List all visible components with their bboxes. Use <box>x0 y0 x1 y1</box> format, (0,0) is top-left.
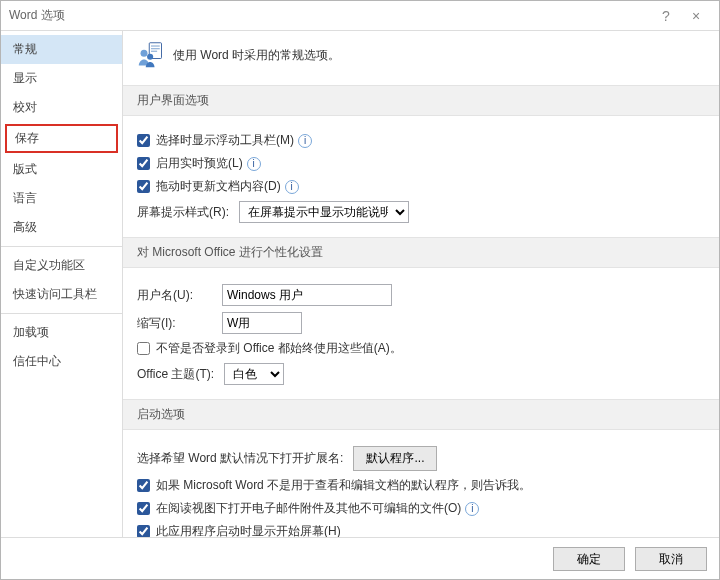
default-programs-button[interactable]: 默认程序... <box>353 446 437 471</box>
dialog-footer: 确定 取消 <box>1 537 719 579</box>
cb-live-preview[interactable]: 启用实时预览(L) <box>137 155 243 172</box>
page-header-text: 使用 Word 时采用的常规选项。 <box>173 47 340 64</box>
nav-item-自定义功能区[interactable]: 自定义功能区 <box>1 251 122 280</box>
nav-item-高级[interactable]: 高级 <box>1 213 122 242</box>
info-icon[interactable]: i <box>247 157 261 171</box>
info-icon[interactable]: i <box>285 180 299 194</box>
section-startup-header: 启动选项 <box>123 399 719 430</box>
nav-item-加载项[interactable]: 加载项 <box>1 318 122 347</box>
cancel-button[interactable]: 取消 <box>635 547 707 571</box>
svg-point-4 <box>141 50 148 57</box>
word-options-dialog: Word 选项 ? × 常规显示校对保存版式语言高级自定义功能区快速访问工具栏加… <box>0 0 720 580</box>
help-button[interactable]: ? <box>651 8 681 24</box>
nav-item-校对[interactable]: 校对 <box>1 93 122 122</box>
svg-rect-2 <box>151 48 160 49</box>
svg-point-5 <box>147 54 153 60</box>
initials-field[interactable] <box>222 312 302 334</box>
username-label: 用户名(U): <box>137 287 212 304</box>
nav-item-显示[interactable]: 显示 <box>1 64 122 93</box>
theme-label: Office 主题(T): <box>137 366 214 383</box>
cb-start-screen[interactable]: 此应用程序启动时显示开始屏幕(H) <box>137 523 341 537</box>
screentip-label: 屏幕提示样式(R): <box>137 204 229 221</box>
section-personal-header: 对 Microsoft Office 进行个性化设置 <box>123 237 719 268</box>
svg-rect-1 <box>151 45 160 46</box>
username-field[interactable] <box>222 284 392 306</box>
nav-sidebar: 常规显示校对保存版式语言高级自定义功能区快速访问工具栏加载项信任中心 <box>1 31 123 537</box>
theme-select[interactable]: 白色 <box>224 363 284 385</box>
dialog-title: Word 选项 <box>9 7 651 24</box>
close-button[interactable]: × <box>681 8 711 24</box>
initials-label: 缩写(I): <box>137 315 212 332</box>
info-icon[interactable]: i <box>465 502 479 516</box>
nav-item-信任中心[interactable]: 信任中心 <box>1 347 122 376</box>
screentip-select[interactable]: 在屏幕提示中显示功能说明 <box>239 201 409 223</box>
content-pane: 使用 Word 时采用的常规选项。 用户界面选项 选择时显示浮动工具栏(M)i … <box>123 31 719 537</box>
cb-update-drag[interactable]: 拖动时更新文档内容(D) <box>137 178 281 195</box>
info-icon[interactable]: i <box>298 134 312 148</box>
cb-reading-view[interactable]: 在阅读视图下打开电子邮件附件及其他不可编辑的文件(O) <box>137 500 461 517</box>
nav-item-常规[interactable]: 常规 <box>1 35 122 64</box>
nav-item-保存[interactable]: 保存 <box>5 124 118 153</box>
cb-mini-toolbar[interactable]: 选择时显示浮动工具栏(M) <box>137 132 294 149</box>
nav-item-语言[interactable]: 语言 <box>1 184 122 213</box>
cb-tell-default[interactable]: 如果 Microsoft Word 不是用于查看和编辑文档的默认程序，则告诉我。 <box>137 477 531 494</box>
svg-rect-3 <box>151 51 157 52</box>
default-ext-label: 选择希望 Word 默认情况下打开扩展名: <box>137 450 343 467</box>
cb-always-use-values[interactable]: 不管是否登录到 Office 都始终使用这些值(A)。 <box>137 340 402 357</box>
ok-button[interactable]: 确定 <box>553 547 625 571</box>
section-ui-header: 用户界面选项 <box>123 85 719 116</box>
nav-item-版式[interactable]: 版式 <box>1 155 122 184</box>
page-header: 使用 Word 时采用的常规选项。 <box>123 31 719 81</box>
nav-item-快速访问工具栏[interactable]: 快速访问工具栏 <box>1 280 122 309</box>
options-icon <box>137 41 165 69</box>
titlebar: Word 选项 ? × <box>1 1 719 31</box>
